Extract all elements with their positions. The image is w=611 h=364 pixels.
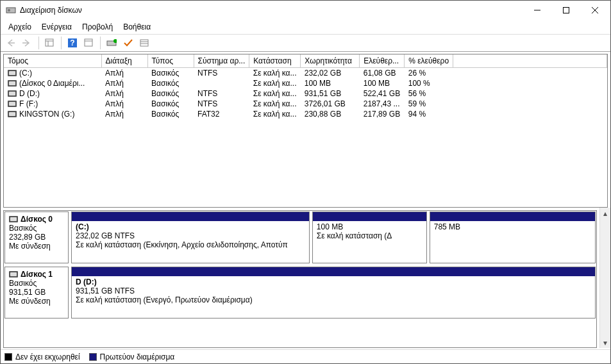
disk-row: Δίσκος 1Βασικός931,51 GBΜε σύνδεσηD (D:)… bbox=[4, 267, 596, 319]
scrollbar[interactable]: ▴ ▾ bbox=[599, 208, 610, 348]
scroll-track[interactable] bbox=[600, 219, 610, 337]
disk-icon bbox=[9, 271, 18, 277]
partition-stripe bbox=[430, 212, 595, 221]
settings-button[interactable] bbox=[81, 36, 97, 50]
scroll-up-button[interactable]: ▴ bbox=[600, 208, 610, 219]
separator bbox=[61, 37, 62, 49]
table-row[interactable]: KINGSTON (G:)ΑπλήΒασικόςFAT32Σε καλή κα.… bbox=[4, 109, 607, 119]
menu-view[interactable]: Προβολή bbox=[77, 21, 118, 33]
window-title: Διαχείριση δίσκων bbox=[20, 6, 523, 15]
cell-cap: 931,51 GB bbox=[301, 88, 360, 99]
cell-free: 100 MB bbox=[360, 78, 405, 88]
volume-name: KINGSTON (G:) bbox=[19, 110, 74, 119]
cell-pct: 26 % bbox=[405, 68, 453, 79]
view-button[interactable] bbox=[42, 36, 58, 50]
partition-heading: (C:) bbox=[76, 222, 305, 231]
cell-status: Σε καλή κα... bbox=[249, 68, 301, 79]
disk-state: Με σύνδεση bbox=[9, 242, 64, 251]
table-row[interactable]: D (D:)ΑπλήΒασικόςNTFSΣε καλή κα...931,51… bbox=[4, 88, 607, 99]
partition-stripe bbox=[72, 212, 309, 221]
volume-table[interactable]: Τόμος Διάταξη Τύπος Σύστημα αρ... Κατάστ… bbox=[4, 54, 607, 119]
disk-title: Δίσκος 0 bbox=[21, 215, 53, 224]
swatch-unallocated-icon bbox=[4, 353, 12, 361]
separator bbox=[100, 37, 101, 49]
partition-status: Σε καλή κατάσταση (Δ bbox=[317, 231, 423, 240]
cell-type: Βασικός bbox=[147, 88, 194, 99]
svg-text:?: ? bbox=[70, 38, 74, 47]
partition-box[interactable]: (C:)232,02 GB NTFSΣε καλή κατάσταση (Εκκ… bbox=[71, 211, 310, 263]
help-button[interactable]: ? bbox=[65, 36, 80, 50]
legend-unallocated: Δεν έχει εκχωρηθεί bbox=[4, 352, 80, 361]
menu-file[interactable]: Αρχείο bbox=[3, 21, 37, 33]
table-row[interactable]: (C:)ΑπλήΒασικόςNTFSΣε καλή κα...232,02 G… bbox=[4, 68, 607, 79]
cell-free: 2187,43 ... bbox=[360, 99, 405, 109]
cell-status: Σε καλή κα... bbox=[249, 109, 301, 119]
menu-action[interactable]: Ενέργεια bbox=[37, 21, 77, 33]
cell-pct: 56 % bbox=[405, 88, 453, 99]
col-volume[interactable]: Τόμος bbox=[4, 54, 101, 68]
partition-size: 232,02 GB NTFS bbox=[76, 231, 305, 240]
disk-state: Με σύνδεση bbox=[9, 297, 64, 306]
disk-type: Βασικός bbox=[9, 279, 64, 288]
back-button[interactable] bbox=[3, 36, 19, 50]
cell-pct: 94 % bbox=[405, 109, 453, 119]
forward-button[interactable] bbox=[20, 36, 35, 50]
scroll-down-button[interactable]: ▾ bbox=[600, 337, 610, 348]
cell-free: 522,41 GB bbox=[360, 88, 405, 99]
app-icon bbox=[6, 5, 16, 15]
col-fs[interactable]: Σύστημα αρ... bbox=[194, 54, 249, 68]
table-row[interactable]: (Δίσκος 0 Διαμέρι...ΑπλήΒασικόςΣε καλή κ… bbox=[4, 78, 607, 88]
cell-cap: 100 MB bbox=[301, 78, 360, 88]
close-button[interactable] bbox=[580, 1, 609, 19]
cell-status: Σε καλή κα... bbox=[249, 99, 301, 109]
col-status[interactable]: Κατάσταση bbox=[249, 54, 301, 68]
volume-name: D (D:) bbox=[19, 89, 40, 98]
cell-type: Βασικός bbox=[147, 109, 194, 119]
menu-help[interactable]: Βοήθεια bbox=[118, 21, 156, 33]
graphical-view-pane: Δίσκος 0Βασικός232,89 GBΜε σύνδεση(C:)23… bbox=[3, 210, 597, 348]
partition-size: 785 MB bbox=[434, 222, 591, 231]
svg-rect-6 bbox=[46, 39, 53, 46]
volume-icon bbox=[8, 80, 17, 87]
maximize-button[interactable] bbox=[551, 1, 580, 19]
cell-cap: 232,02 GB bbox=[301, 68, 360, 79]
partition-box[interactable]: D (D:)931,51 GB NTFSΣε καλή κατάσταση (Ε… bbox=[71, 267, 596, 318]
col-capacity[interactable]: Χωρητικότητα bbox=[301, 54, 360, 68]
col-free[interactable]: Ελεύθερ... bbox=[360, 54, 405, 68]
partition-status: Σε καλή κατάσταση (Ενεργό, Πρωτεύον διαμ… bbox=[76, 295, 591, 304]
minimize-button[interactable] bbox=[523, 1, 551, 19]
disk-title: Δίσκος 1 bbox=[21, 270, 53, 279]
disk-size: 931,51 GB bbox=[9, 288, 64, 297]
col-layout[interactable]: Διάταξη bbox=[101, 54, 147, 68]
table-row[interactable]: F (F:)ΑπλήΒασικόςNTFSΣε καλή κα...3726,0… bbox=[4, 99, 607, 109]
cell-layout: Απλή bbox=[101, 78, 147, 88]
list-button[interactable] bbox=[137, 36, 153, 50]
cell-layout: Απλή bbox=[101, 88, 147, 99]
disk-row: Δίσκος 0Βασικός232,89 GBΜε σύνδεση(C:)23… bbox=[4, 211, 596, 264]
col-pct[interactable]: % ελεύθερο bbox=[405, 54, 453, 68]
partition-size: 100 MB bbox=[317, 222, 423, 231]
volume-icon bbox=[8, 70, 17, 76]
cell-pct: 59 % bbox=[405, 99, 453, 109]
volume-name: F (F:) bbox=[19, 99, 38, 108]
toolbar: ? bbox=[1, 34, 610, 52]
table-header-row: Τόμος Διάταξη Τύπος Σύστημα αρ... Κατάστ… bbox=[4, 54, 607, 68]
svg-rect-15 bbox=[140, 40, 148, 46]
volume-name: (Δίσκος 0 Διαμέρι... bbox=[19, 79, 85, 88]
cell-fs: NTFS bbox=[194, 99, 249, 109]
cell-pct: 100 % bbox=[405, 78, 453, 88]
partition-stripe bbox=[313, 212, 426, 221]
refresh-button[interactable] bbox=[104, 36, 119, 50]
cell-fs: NTFS bbox=[194, 88, 249, 99]
partition-size: 931,51 GB NTFS bbox=[76, 286, 591, 295]
partition-box[interactable]: 100 MBΣε καλή κατάσταση (Δ bbox=[312, 211, 427, 263]
col-type[interactable]: Τύπος bbox=[147, 54, 194, 68]
disk-label-box[interactable]: Δίσκος 0Βασικός232,89 GBΜε σύνδεση bbox=[4, 211, 69, 263]
disk-label-box[interactable]: Δίσκος 1Βασικός931,51 GBΜε σύνδεση bbox=[4, 267, 69, 318]
cell-type: Βασικός bbox=[147, 68, 194, 79]
svg-rect-11 bbox=[85, 39, 92, 46]
partition-box[interactable]: 785 MB bbox=[430, 211, 596, 263]
cell-status: Σε καλή κα... bbox=[249, 88, 301, 99]
check-button[interactable] bbox=[121, 36, 136, 50]
separator bbox=[38, 37, 39, 49]
